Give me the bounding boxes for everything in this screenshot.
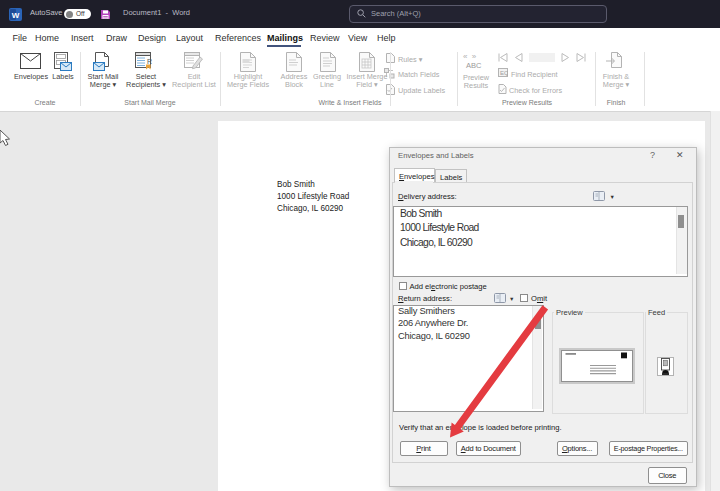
svg-text:R: R xyxy=(147,58,152,65)
svg-text:W: W xyxy=(12,11,20,20)
svg-text:EQ: EQ xyxy=(500,70,508,76)
